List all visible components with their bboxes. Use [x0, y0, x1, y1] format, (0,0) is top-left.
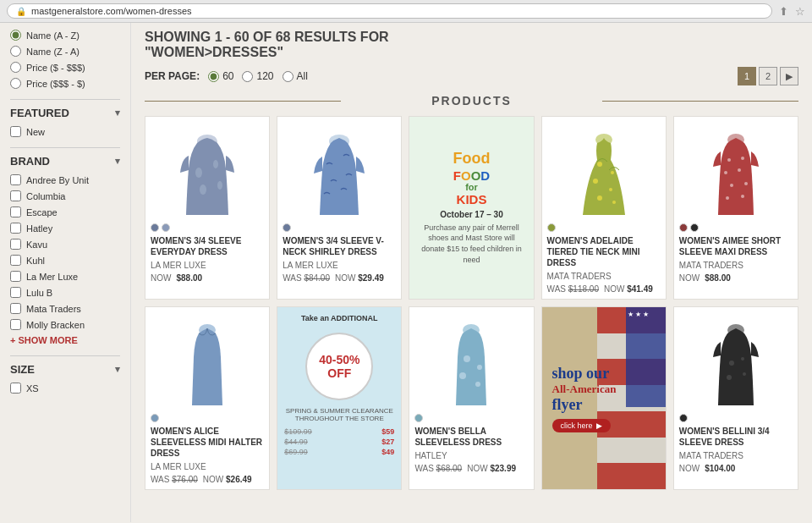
per-page-120-radio[interactable]	[242, 71, 253, 82]
brand-lulub-checkbox[interactable]	[10, 287, 21, 298]
product-card-american-flyer[interactable]: ★ ★ ★ shop our All-American flyer click …	[541, 306, 667, 490]
sale-take-label: Take an ADDITIONAL	[301, 314, 378, 322]
brand-kavu[interactable]: Kavu	[10, 239, 120, 250]
product-card-4[interactable]: WOMEN'S ADELAIDE TIERED TIE NECK MINI DR…	[541, 116, 667, 300]
sort-name-za-label: Name (Z - A)	[26, 47, 80, 57]
brand-kavu-label: Kavu	[26, 239, 47, 250]
per-page-all-radio[interactable]	[283, 71, 294, 82]
product-2-was-price: $84.00	[304, 273, 330, 283]
color-dot	[162, 223, 170, 232]
sort-name-za[interactable]: Name (Z - A)	[10, 46, 120, 57]
svg-point-30	[741, 357, 744, 361]
brand-mollybracken[interactable]: Molly Bracken	[10, 319, 120, 330]
sort-price-asc[interactable]: Price ($ - $$$)	[10, 62, 120, 73]
brand-kuhl[interactable]: Kuhl	[10, 255, 120, 266]
svg-point-15	[741, 157, 744, 160]
sort-section: Name (A - Z) Name (Z - A) Price ($ - $$$…	[10, 30, 120, 89]
svg-point-12	[612, 201, 616, 204]
svg-point-32	[743, 372, 746, 376]
product-card-5[interactable]: WOMEN'S AIMEE SHORT SLEEVE MAXI DRESS MA…	[673, 116, 798, 300]
size-header[interactable]: SIZE ▾	[10, 355, 120, 376]
page-next-button[interactable]: ▶	[780, 67, 798, 85]
product-10-name: WOMEN'S BELLINI 3/4 SLEEVE DRESS	[679, 426, 793, 448]
page-2-button[interactable]: 2	[759, 67, 777, 85]
per-page-120[interactable]: 120	[242, 70, 273, 82]
product-8-colors	[414, 414, 528, 422]
brand-escape[interactable]: Escape	[10, 206, 120, 217]
product-card-8[interactable]: WOMEN'S BELLA SLEEVELESS DRESS HATLEY WA…	[409, 306, 534, 490]
brand-kuhl-label: Kuhl	[26, 256, 45, 266]
brand-columbia[interactable]: Columbia	[10, 190, 120, 201]
brand-header[interactable]: BRAND ▾	[10, 147, 120, 168]
featured-new-option[interactable]: New	[10, 126, 120, 137]
sort-price-desc-radio[interactable]	[10, 78, 21, 89]
product-2-brand: LA MER LUXE	[283, 261, 396, 270]
sort-name-az[interactable]: Name (A - Z)	[10, 30, 120, 41]
featured-new-checkbox[interactable]	[10, 126, 21, 137]
featured-header[interactable]: FEATURED ▾	[10, 99, 120, 119]
svg-point-3	[200, 184, 206, 195]
size-xs-checkbox[interactable]	[10, 383, 21, 394]
brand-columbia-checkbox[interactable]	[10, 190, 21, 201]
product-image-1	[151, 122, 264, 223]
shop-our-text: shop our	[552, 365, 656, 383]
product-4-was: WAS $118.00	[547, 284, 599, 294]
per-page-120-label: 120	[256, 70, 273, 82]
brand-andree[interactable]: Andree By Unit	[10, 174, 120, 185]
ffk-logo2: FOOD for KIDS	[453, 169, 490, 206]
brand-escape-checkbox[interactable]	[10, 206, 21, 217]
brand-kuhl-checkbox[interactable]	[10, 255, 21, 266]
product-1-now-label: NOW	[151, 273, 171, 283]
product-card-2[interactable]: WOMEN'S 3/4 SLEEVE V-NECK SHIRLEY DRESS …	[277, 116, 402, 300]
product-8-pricing: WAS $68.00 NOW $23.99	[414, 464, 528, 473]
brand-andree-checkbox[interactable]	[10, 174, 21, 185]
svg-point-8	[611, 171, 614, 174]
svg-point-11	[597, 195, 602, 201]
ffk-food4: O	[471, 168, 481, 183]
svg-point-21	[741, 195, 744, 198]
product-10-brand: MATA TRADERS	[679, 451, 793, 460]
per-page-60-radio[interactable]	[208, 71, 219, 82]
sort-name-az-radio[interactable]	[10, 30, 21, 41]
brand-hatley-checkbox[interactable]	[10, 223, 21, 234]
brand-hatley[interactable]: Hatley	[10, 223, 120, 234]
sort-name-za-radio[interactable]	[10, 46, 21, 57]
sort-price-desc[interactable]: Price ($$$ - $)	[10, 78, 120, 89]
product-image-4	[547, 122, 661, 223]
brand-mollybracken-checkbox[interactable]	[10, 319, 21, 330]
per-page-all[interactable]: All	[283, 70, 308, 82]
product-card-10[interactable]: WOMEN'S BELLINI 3/4 SLEEVE DRESS MATA TR…	[673, 306, 798, 490]
size-label: SIZE	[10, 363, 35, 376]
size-xs[interactable]: XS	[10, 383, 120, 394]
color-dot	[679, 223, 688, 232]
product-card-6[interactable]: WOMEN'S ALICE SLEEVELESS MIDI HALTER DRE…	[145, 306, 270, 490]
color-dot	[690, 223, 699, 232]
brand-matatraders-checkbox[interactable]	[10, 303, 21, 314]
share-icon[interactable]: ⬆	[779, 5, 788, 18]
color-dot	[151, 223, 159, 232]
svg-point-9	[593, 179, 598, 184]
product-6-name: WOMEN'S ALICE SLEEVELESS MIDI HALTER DRE…	[151, 426, 264, 459]
sort-price-asc-label: Price ($ - $$$)	[26, 63, 85, 73]
show-more-button[interactable]: + SHOW MORE	[10, 335, 120, 345]
brand-matatraders[interactable]: Mata Traders	[10, 303, 120, 314]
brand-lamer[interactable]: La Mer Luxe	[10, 271, 120, 282]
url-bar[interactable]: 🔒 mastgeneralstore.com/women-dresses	[7, 3, 772, 19]
per-page-60[interactable]: 60	[208, 70, 233, 82]
bookmark-icon[interactable]: ☆	[795, 5, 805, 18]
brand-lamer-checkbox[interactable]	[10, 271, 21, 282]
brand-lulub[interactable]: Lulu B	[10, 287, 120, 298]
product-card-1[interactable]: WOMEN'S 3/4 SLEEVE EVERYDAY DRESS LA MER…	[145, 116, 270, 300]
color-dot	[283, 223, 291, 232]
product-4-pricing: WAS $118.00 NOW $41.49	[547, 284, 661, 294]
product-2-pricing: WAS $84.00 NOW $29.49	[283, 273, 396, 283]
sidebar: Name (A - Z) Name (Z - A) Price ($ - $$$…	[0, 23, 131, 522]
page-1-button[interactable]: 1	[738, 67, 756, 85]
brand-kavu-checkbox[interactable]	[10, 239, 21, 250]
brand-lulub-label: Lulu B	[26, 288, 52, 298]
svg-point-17	[738, 168, 741, 172]
svg-point-31	[727, 375, 732, 380]
sort-price-asc-radio[interactable]	[10, 62, 21, 73]
lock-icon: 🔒	[16, 7, 26, 16]
click-here-button[interactable]: click here ▶	[552, 419, 611, 432]
